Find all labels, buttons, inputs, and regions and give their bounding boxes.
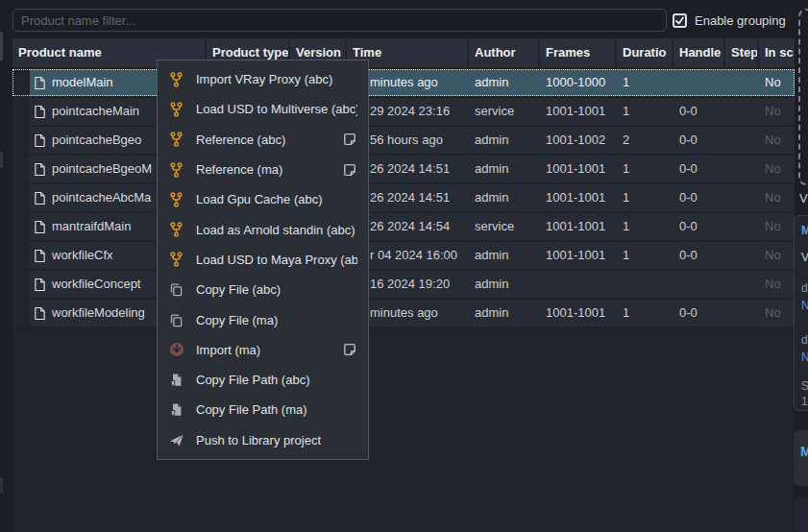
cell-handle: 0-0 [673, 184, 725, 211]
cell-in_scene: No [759, 98, 795, 125]
code-fork-icon [168, 191, 184, 207]
table-row[interactable]: pointcacheBgeoM26 2024 14:51admin1001-10… [12, 156, 795, 182]
table-row[interactable]: modelMainminutes agoadmin1000-10001No [12, 69, 795, 96]
menu-item-label: Copy File (abc) [196, 282, 357, 297]
product-name-label: modelMain [52, 69, 113, 96]
copy-icon [168, 312, 184, 328]
menu-item[interactable]: Copy File Path (abc) [158, 365, 368, 395]
menu-item-label: Load as Arnold standin (abc) [196, 223, 357, 237]
menu-item[interactable]: Load USD to Multiverse (abc) [158, 94, 368, 124]
tree-indent [12, 156, 30, 182]
cell-duration: 1 [617, 69, 673, 96]
product-filter-input[interactable] [12, 9, 667, 32]
enable-grouping-checkbox[interactable]: Enable grouping [673, 11, 786, 30]
table-row[interactable]: workfileConcept16 2024 19:20adminNo [12, 271, 795, 298]
cell-step [725, 271, 759, 298]
menu-item[interactable]: Reference (ma) [158, 155, 368, 184]
menu-item-label: Copy File Path (ma) [196, 402, 357, 417]
row-cells: workfileConcept16 2024 19:20adminNo [30, 271, 795, 298]
cell-handle: 0-0 [673, 156, 725, 182]
menu-item[interactable]: Load as Arnold standin (abc) [158, 214, 368, 244]
menu-item-label: Load USD to Maya Proxy (abc) [196, 253, 357, 267]
file-icon [34, 220, 46, 234]
options-box-icon[interactable] [342, 162, 357, 178]
cell-author: admin [469, 300, 540, 326]
left-splitter-notch[interactable] [0, 152, 3, 168]
options-box-icon[interactable] [342, 132, 357, 147]
menu-item[interactable]: Load USD to Maya Proxy (abc) [158, 245, 368, 275]
table-row[interactable]: pointcacheMain29 2024 23:16service1001-1… [12, 98, 795, 125]
cell-handle [673, 271, 725, 298]
column-header-step[interactable]: Step [725, 38, 759, 67]
version-detail-panel: MVdNdNS1 [794, 215, 808, 411]
detail-text-fragment: d [801, 333, 808, 347]
menu-item[interactable]: Reference (abc) [158, 125, 368, 155]
cell-in_scene: No [759, 242, 795, 269]
cell-frames [540, 271, 617, 298]
version-detail-block: M [794, 430, 808, 486]
cell-step [725, 300, 759, 326]
product-name-label: pointcacheMain [52, 98, 139, 125]
menu-item[interactable]: Import (ma) [158, 335, 368, 365]
cell-duration: 1 [617, 98, 673, 125]
detail-text-fragment: d [801, 281, 808, 295]
checkbox-check-icon[interactable] [673, 13, 687, 28]
menu-item[interactable]: Push to Library project [158, 425, 368, 455]
cell-frames: 1001-1001 [540, 156, 617, 182]
column-header-duration[interactable]: Duratio [617, 38, 673, 67]
cell-author: admin [469, 156, 540, 182]
product-name-label: workfileModeling [52, 300, 145, 326]
cell-duration: 2 [617, 127, 673, 154]
copy-icon [168, 281, 184, 298]
menu-item[interactable]: Copy File Path (ma) [158, 395, 368, 424]
product-name-label: workfileCfx [52, 242, 113, 269]
detail-text-fragment: M [801, 224, 808, 237]
file-path-icon [168, 401, 184, 418]
table-row[interactable]: pointcacheBgeo56 hours agoadmin1001-1002… [12, 127, 795, 154]
menu-item[interactable]: Copy File (ma) [158, 304, 368, 334]
menu-item-label: Copy File Path (abc) [196, 373, 357, 387]
code-fork-icon [168, 132, 184, 148]
cell-duration: 1 [617, 184, 673, 211]
menu-item[interactable]: Copy File (abc) [158, 275, 368, 304]
left-splitter-notch[interactable] [0, 477, 3, 493]
loader-window: { "toolbar": { "filter_placeholder": "Pr… [0, 0, 808, 532]
menu-item[interactable]: Import VRay Proxy (abc) [158, 64, 368, 94]
thumbnail-dropzone [798, 9, 808, 185]
code-fork-icon [168, 71, 184, 87]
cell-handle: 0-0 [673, 242, 725, 269]
table-header: Product nameProduct typeVersionTimeAutho… [12, 38, 795, 67]
file-icon [34, 249, 46, 263]
send-icon [168, 432, 184, 448]
menu-item-label: Load USD to Multiverse (abc) [196, 102, 357, 116]
file-icon [34, 133, 46, 148]
cell-step [725, 242, 759, 269]
detail-text-fragment: V [801, 251, 808, 264]
cell-frames: 1001-1001 [540, 98, 617, 125]
table-row[interactable]: mantraifdMain26 2024 14:54service1001-10… [12, 213, 795, 240]
cell-step [725, 69, 759, 96]
menu-item-label: Push to Library project [196, 433, 357, 447]
tree-indent [12, 300, 30, 326]
cell-step [725, 98, 759, 125]
column-header-author[interactable]: Author [469, 38, 540, 67]
left-splitter-notch[interactable] [0, 32, 3, 60]
cell-duration: 1 [617, 156, 673, 182]
menu-item[interactable]: Load Gpu Cache (abc) [158, 184, 368, 214]
cell-step [725, 127, 759, 154]
options-box-icon[interactable] [342, 342, 357, 357]
cell-frames: 1000-1000 [540, 69, 617, 96]
tree-indent [12, 242, 30, 269]
menu-item-label: Reference (ma) [196, 162, 331, 177]
product-name-label: pointcacheBgeo [52, 127, 141, 154]
menu-item-label: Import VRay Proxy (abc) [196, 72, 357, 86]
file-icon [34, 76, 46, 90]
cell-in_scene: No [759, 156, 795, 182]
column-header-frames[interactable]: Frames [540, 38, 617, 67]
table-row[interactable]: workfileModelingminutes agoadmin1001-100… [12, 300, 795, 326]
column-header-in_scene[interactable]: In sc [759, 38, 795, 67]
cell-handle: 0-0 [673, 127, 725, 154]
table-row[interactable]: workfileCfxr 04 2024 16:00admin1001-1001… [12, 242, 795, 269]
table-row[interactable]: pointcacheAbcMa26 2024 14:51admin1001-10… [12, 184, 795, 211]
column-header-handle[interactable]: Handle [673, 38, 725, 67]
